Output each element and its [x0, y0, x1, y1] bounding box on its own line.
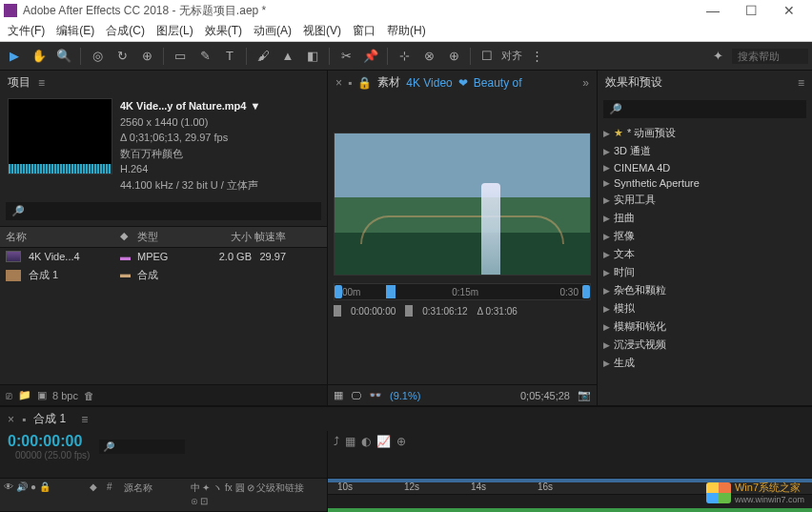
text-tool-icon[interactable]: T [219, 46, 240, 67]
mini-timeline[interactable]: 00m 0:15m 0:30 [334, 283, 591, 300]
close-tab-icon[interactable]: × [335, 76, 342, 90]
in-bracket[interactable] [335, 285, 342, 298]
mask-icon[interactable]: 👓 [369, 389, 382, 401]
camera-tool-icon[interactable]: ⊕ [136, 46, 157, 67]
effects-category[interactable]: ▶时间 [598, 263, 812, 281]
menu-window[interactable]: 窗口 [347, 23, 381, 39]
menu-layer[interactable]: 图层(L) [151, 23, 199, 39]
menu-view[interactable]: 视图(V) [297, 23, 347, 39]
snap-options-icon[interactable]: ⋮ [526, 46, 547, 67]
close-tab-icon[interactable]: × [8, 413, 14, 426]
col-source[interactable]: 源名称 [124, 481, 191, 508]
new-folder-icon[interactable]: 📁 [18, 389, 31, 401]
label-col[interactable]: ◆ [90, 481, 107, 508]
time-in[interactable]: 0:00:00:00 [351, 306, 396, 317]
effects-category[interactable]: ▶模糊和锐化 [598, 317, 812, 336]
lock-col-icon[interactable]: 🔒 [39, 481, 51, 508]
table-row[interactable]: 合成 1 ▬ 合成 [0, 265, 327, 285]
zoom-level[interactable]: (9.1%) [390, 390, 420, 401]
new-comp-icon[interactable]: ▣ [37, 389, 47, 401]
pen-tool-icon[interactable]: ✎ [194, 46, 215, 67]
effects-panel-menu[interactable]: ≡ [798, 76, 804, 90]
timeline-menu[interactable]: ≡ [81, 413, 88, 426]
col-name[interactable]: 名称 [6, 230, 120, 244]
graph-icon[interactable]: 📈 [376, 435, 391, 448]
effects-category[interactable]: ▶★* 动画预设 [598, 124, 812, 142]
asset-thumbnail[interactable] [8, 98, 112, 174]
view-axis-icon[interactable]: ⊕ [443, 46, 464, 67]
grid-icon[interactable]: ▦ [334, 389, 343, 401]
menu-help[interactable]: 帮助(H) [381, 23, 432, 39]
eraser-tool-icon[interactable]: ◧ [302, 46, 323, 67]
current-timecode[interactable]: 0:00:00:00 [8, 433, 90, 450]
audio-icon[interactable]: 🔊 [16, 481, 28, 508]
col-size[interactable]: 大小 [204, 230, 252, 244]
effects-category[interactable]: ▶抠像 [598, 227, 812, 245]
preview-viewport[interactable] [334, 133, 591, 276]
viewer-square-icon[interactable]: ▪ [348, 76, 352, 90]
brain-icon[interactable]: ⊕ [396, 435, 406, 448]
selection-tool-icon[interactable]: ▶ [4, 46, 25, 67]
elapsed-time[interactable]: 0;05;45;28 [520, 390, 570, 401]
motion-blur-icon[interactable]: ◐ [361, 435, 371, 448]
puppet-tool-icon[interactable]: 📌 [360, 46, 381, 67]
menu-edit[interactable]: 编辑(E) [51, 23, 100, 39]
local-axis-icon[interactable]: ⊹ [394, 46, 415, 67]
clip-name[interactable]: 4K Video [406, 76, 453, 90]
monitor-icon[interactable]: 🖵 [351, 390, 361, 401]
in-handle[interactable] [334, 305, 341, 317]
snapshot-icon[interactable]: 📷 [578, 389, 591, 401]
snap-checkbox[interactable]: ☐ [477, 46, 497, 67]
effects-category[interactable]: ▶文本 [598, 245, 812, 263]
effects-category[interactable]: ▶3D 通道 [598, 142, 812, 160]
stamp-tool-icon[interactable]: ▲ [277, 46, 298, 67]
out-handle[interactable] [405, 305, 413, 317]
label-color[interactable]: ▬ [120, 268, 137, 282]
help-search-input[interactable] [732, 49, 808, 64]
col-parent[interactable]: 父级和链接 [256, 481, 323, 508]
minimize-button[interactable]: — [694, 3, 732, 18]
zoom-tool-icon[interactable]: 🔍 [53, 46, 74, 67]
rect-tool-icon[interactable]: ▭ [170, 46, 191, 67]
effects-category[interactable]: ▶生成 [598, 354, 812, 372]
bpc-label[interactable]: 8 bpc [52, 390, 78, 401]
hand-tool-icon[interactable]: ✋ [29, 46, 50, 67]
solo-icon[interactable]: ● [30, 481, 36, 508]
orbit-tool-icon[interactable]: ◎ [87, 46, 108, 67]
viewer-next-icon[interactable]: » [582, 76, 589, 90]
effects-category[interactable]: ▶实用工具 [598, 191, 812, 209]
col-label-icon[interactable]: ◆ [120, 230, 137, 244]
maximize-button[interactable]: ☐ [732, 3, 770, 18]
timeline-search[interactable] [99, 440, 185, 454]
comp-square-icon[interactable]: ▪ [22, 413, 26, 426]
roto-tool-icon[interactable]: ✂ [335, 46, 356, 67]
label-color[interactable]: ▬ [120, 251, 137, 262]
brush-tool-icon[interactable]: 🖌 [253, 46, 274, 67]
col-type[interactable]: 类型 [137, 230, 204, 244]
close-button[interactable]: ✕ [770, 3, 808, 18]
time-duration[interactable]: 0:31:06:12 [422, 306, 467, 317]
delete-icon[interactable]: 🗑 [84, 390, 94, 401]
dropdown-icon[interactable]: ▼ [250, 98, 260, 114]
effects-category[interactable]: ▶沉浸式视频 [598, 336, 812, 354]
effects-category[interactable]: ▶杂色和颗粒 [598, 281, 812, 299]
world-axis-icon[interactable]: ⊗ [418, 46, 439, 67]
effects-category[interactable]: ▶模拟 [598, 299, 812, 317]
comp-name[interactable]: 合成 1 [33, 411, 66, 427]
menu-effect[interactable]: 效果(T) [199, 23, 248, 39]
playhead[interactable] [386, 285, 396, 298]
frame-blend-icon[interactable]: ▦ [345, 435, 355, 448]
shy-icon[interactable]: ⤴ [334, 435, 339, 448]
menu-file[interactable]: 文件(F) [2, 23, 51, 39]
effects-category[interactable]: ▶扭曲 [598, 209, 812, 227]
col-fps[interactable]: 帧速率 [252, 230, 290, 244]
effects-category[interactable]: ▶CINEMA 4D [598, 160, 812, 175]
lock-icon[interactable]: 🔒 [357, 76, 372, 90]
menu-composition[interactable]: 合成(C) [100, 23, 151, 39]
rotate-tool-icon[interactable]: ↻ [112, 46, 132, 67]
effects-category[interactable]: ▶Synthetic Aperture [598, 175, 812, 191]
effects-search[interactable]: 🔎 [603, 100, 806, 118]
project-panel-menu[interactable]: ≡ [38, 76, 45, 90]
project-search[interactable]: 🔎 [6, 202, 321, 220]
eye-icon[interactable]: 👁 [4, 481, 13, 508]
